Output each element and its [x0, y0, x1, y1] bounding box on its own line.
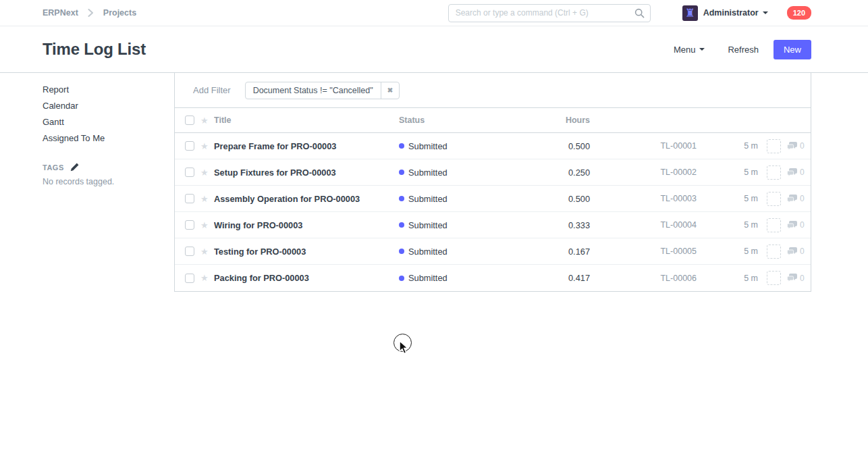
row-hours: 0.333: [500, 220, 590, 230]
row-status: Submitted: [399, 141, 500, 151]
comment-count-value: 0: [800, 220, 805, 230]
row-modified: 5 m: [697, 168, 758, 177]
table-row[interactable]: ★ Packing for PRO-00003 Submitted 0.417 …: [175, 265, 811, 291]
table-row[interactable]: ★ Prepare Frame for PRO-00003 Submitted …: [175, 133, 811, 159]
search-icon[interactable]: [634, 8, 645, 21]
column-header-hours: Hours: [500, 116, 590, 125]
comment-icon: [787, 142, 797, 151]
table-row[interactable]: ★ Setup Fixtures for PRO-00003 Submitted…: [175, 159, 811, 186]
star-icon[interactable]: ★: [200, 168, 210, 177]
chevron-down-icon: [763, 11, 768, 14]
star-icon[interactable]: ★: [200, 274, 210, 282]
column-header-title: Title: [214, 116, 399, 125]
table-row[interactable]: ★ Assembly Operation for PRO-00003 Submi…: [175, 186, 811, 212]
list-rows: ★ Prepare Frame for PRO-00003 Submitted …: [175, 133, 811, 291]
tags-section: TAGS No records tagged.: [43, 163, 157, 186]
filter-label[interactable]: Document Status != "Cancelled": [246, 82, 381, 99]
status-dot-icon: [399, 170, 404, 175]
add-filter-button[interactable]: Add Filter: [193, 85, 231, 95]
breadcrumb-chevron-icon: [88, 9, 94, 17]
row-id[interactable]: TL-00001: [590, 141, 697, 151]
table-row[interactable]: ★ Testing for PRO-00003 Submitted 0.167 …: [175, 238, 811, 265]
row-modified: 5 m: [697, 274, 758, 283]
star-icon[interactable]: ★: [200, 221, 210, 230]
row-title[interactable]: Assembly Operation for PRO-00003: [214, 194, 399, 204]
row-title[interactable]: Wiring for PRO-00003: [214, 220, 399, 230]
user-name: Administrator: [703, 8, 759, 18]
page-head: Time Log List Menu Refresh New: [0, 26, 868, 73]
row-checkbox[interactable]: [185, 274, 194, 283]
comment-icon: [787, 195, 797, 203]
new-button[interactable]: New: [774, 40, 811, 59]
pencil-icon[interactable]: [70, 163, 79, 172]
status-dot-icon: [399, 196, 404, 201]
refresh-button[interactable]: Refresh: [722, 41, 764, 59]
star-icon[interactable]: ★: [200, 142, 210, 151]
row-hours: 0.167: [500, 247, 590, 257]
table-row[interactable]: ★ Wiring for PRO-00003 Submitted 0.333 T…: [175, 212, 811, 238]
comment-count-value: 0: [800, 168, 805, 177]
row-status: Submitted: [399, 220, 500, 230]
brand-erpnext[interactable]: ERPNext: [43, 8, 78, 18]
comment-count-value: 0: [800, 141, 805, 151]
row-id[interactable]: TL-00005: [590, 247, 697, 256]
comment-count: 0: [787, 220, 805, 230]
star-icon[interactable]: ★: [200, 195, 210, 203]
row-title[interactable]: Testing for PRO-00003: [214, 247, 399, 257]
breadcrumb-projects[interactable]: Projects: [103, 8, 136, 18]
row-id[interactable]: TL-00006: [590, 274, 697, 283]
comment-count: 0: [787, 274, 805, 283]
status-dot-icon: [399, 249, 404, 254]
row-checkbox[interactable]: [185, 168, 194, 177]
filter-remove-icon[interactable]: ✖: [381, 82, 399, 99]
chevron-down-icon: [699, 48, 705, 51]
comment-count: 0: [787, 168, 805, 177]
assign-placeholder: [767, 245, 781, 259]
row-status: Submitted: [399, 247, 500, 257]
column-header-status: Status: [399, 116, 500, 125]
list-sidebar: ReportCalendarGanttAssigned To Me TAGS N…: [43, 82, 157, 186]
user-menu[interactable]: ♜ Administrator: [682, 5, 768, 21]
row-checkbox[interactable]: [185, 247, 194, 256]
assign-placeholder: [767, 192, 781, 206]
menu-button[interactable]: Menu: [674, 45, 705, 55]
row-title[interactable]: Prepare Frame for PRO-00003: [214, 141, 399, 151]
row-id[interactable]: TL-00002: [590, 168, 697, 177]
sidebar-item-calendar[interactable]: Calendar: [43, 99, 157, 113]
row-id[interactable]: TL-00003: [590, 194, 697, 203]
status-text: Submitted: [408, 273, 447, 283]
sidebar-item-report[interactable]: Report: [43, 82, 157, 97]
row-hours: 0.500: [500, 194, 590, 204]
comment-icon: [787, 168, 797, 177]
row-checkbox[interactable]: [185, 194, 194, 203]
status-dot-icon: [399, 276, 404, 281]
sidebar-item-gantt[interactable]: Gantt: [43, 115, 157, 129]
comment-count: 0: [787, 141, 805, 151]
row-title[interactable]: Packing for PRO-00003: [214, 273, 399, 283]
tags-empty-text: No records tagged.: [43, 177, 157, 186]
status-dot-icon: [399, 222, 404, 228]
row-modified: 5 m: [697, 247, 758, 256]
sidebar-item-assigned-to-me[interactable]: Assigned To Me: [43, 131, 157, 145]
star-icon: ★: [200, 116, 210, 125]
list-container: Add Filter Document Status != "Cancelled…: [174, 73, 811, 292]
status-dot-icon: [399, 143, 404, 149]
comment-count: 0: [787, 194, 805, 203]
status-text: Submitted: [408, 141, 447, 151]
row-id[interactable]: TL-00004: [590, 220, 697, 230]
row-title[interactable]: Setup Fixtures for PRO-00003: [214, 168, 399, 178]
row-checkbox[interactable]: [185, 141, 194, 151]
comment-count: 0: [787, 247, 805, 256]
menu-button-label: Menu: [674, 45, 696, 55]
comment-count-value: 0: [800, 274, 805, 283]
star-icon[interactable]: ★: [200, 247, 210, 256]
active-filter-pill: Document Status != "Cancelled" ✖: [245, 82, 400, 99]
avatar: ♜: [682, 5, 698, 21]
assign-placeholder: [767, 139, 781, 153]
row-checkbox[interactable]: [185, 220, 194, 230]
notification-badge[interactable]: 120: [787, 6, 811, 20]
page-title: Time Log List: [43, 40, 146, 59]
row-hours: 0.250: [500, 168, 590, 178]
select-all-checkbox[interactable]: [185, 116, 194, 125]
search-input[interactable]: [448, 4, 651, 22]
